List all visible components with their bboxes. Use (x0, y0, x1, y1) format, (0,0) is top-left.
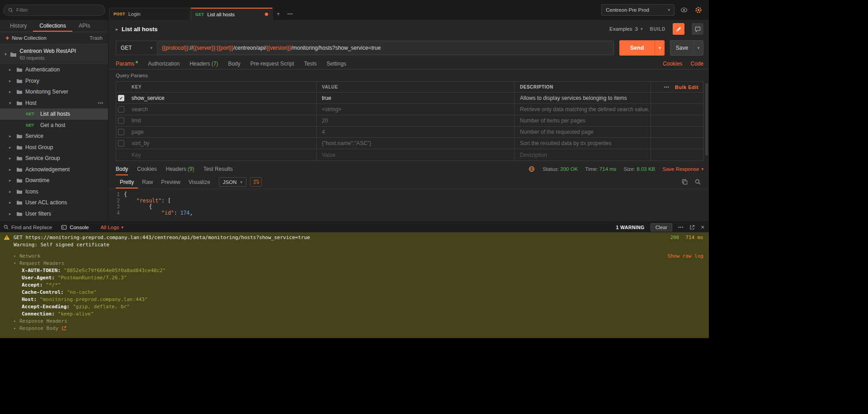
response-body-code[interactable]: { "result": [ { "id": 174, (124, 192, 193, 221)
tab-authorization[interactable]: Authorization (148, 61, 179, 67)
more-options-icon[interactable]: ••• (98, 101, 104, 105)
tab-collections[interactable]: Collections (33, 20, 72, 32)
sidebar-item-acknowledgement[interactable]: ▸ Acknowledgement (0, 164, 108, 175)
network-warning-icon[interactable] (528, 165, 535, 173)
find-and-replace-button[interactable]: Find and Replace (4, 225, 52, 230)
trash-button[interactable]: Trash (90, 35, 103, 41)
external-link-icon[interactable] (61, 326, 66, 331)
log-filter-dropdown[interactable]: All Logs ▾ (100, 225, 123, 230)
console-section-response-body[interactable]: ▸ Response Body (0, 325, 709, 332)
open-console-window-button[interactable] (689, 225, 695, 230)
show-raw-log-link[interactable]: Show raw log (668, 253, 709, 259)
tab-settings[interactable]: Settings (327, 61, 346, 67)
param-value[interactable]: {"host.name":"ASC"} (316, 138, 514, 149)
param-key[interactable]: show_service (126, 93, 316, 104)
sidebar-item-icons[interactable]: ▸ Icons (0, 186, 108, 198)
console-toggle-button[interactable]: Console (61, 225, 89, 230)
cookies-link[interactable]: Cookies (663, 61, 682, 67)
param-key[interactable]: page (126, 127, 316, 137)
request-tab-list-all-hosts[interactable]: GET List all hosts (191, 8, 273, 20)
clear-console-button[interactable]: Clear (651, 223, 672, 231)
tab-pre-request-script[interactable]: Pre-request Script (250, 61, 294, 67)
scrollbar-thumb[interactable] (705, 83, 708, 155)
copy-response-button[interactable] (682, 179, 688, 185)
tab-options-button[interactable]: ••• (284, 8, 296, 20)
param-value-placeholder[interactable]: Value (316, 149, 514, 160)
param-key[interactable]: search (126, 104, 316, 115)
save-button[interactable]: Save (670, 40, 693, 56)
response-tab-body[interactable]: Body (116, 163, 128, 175)
edit-request-button[interactable] (673, 23, 684, 35)
view-tab-preview[interactable]: Preview (157, 175, 184, 188)
param-value[interactable]: true (316, 93, 514, 104)
method-dropdown[interactable]: GET ▾ (116, 41, 157, 55)
view-tab-visualize[interactable]: Visualize (184, 175, 214, 188)
open-new-tab-button[interactable]: + (273, 8, 284, 20)
console-more-button[interactable]: ••• (678, 225, 684, 230)
wrap-text-button[interactable] (250, 177, 262, 187)
collection-centreon-web-restapi[interactable]: ▾ Centreon Web RestAPI 60 requests (0, 44, 108, 64)
format-dropdown[interactable]: JSON ▾ (219, 177, 246, 187)
param-key-placeholder[interactable]: Key (126, 149, 316, 160)
sidebar-request-list-all-hosts[interactable]: GET List all hosts (0, 108, 108, 120)
param-checkbox-checked[interactable]: ✓ (118, 95, 124, 101)
save-options-button[interactable]: ▾ (693, 40, 703, 56)
param-value[interactable]: <string> (316, 104, 514, 115)
sidebar-item-host-group[interactable]: ▸ Host Group (0, 142, 108, 153)
send-button[interactable]: Send (619, 40, 655, 56)
request-tab-login[interactable]: POST Login (109, 8, 191, 20)
sidebar-item-service[interactable]: ▸ Service (0, 131, 108, 142)
settings-button[interactable] (693, 5, 703, 15)
close-console-button[interactable]: × (701, 224, 704, 231)
sidebar-item-downtime[interactable]: ▸ Downtime (0, 175, 108, 186)
sidebar-item-authentication[interactable]: ▸ Authentication (0, 64, 108, 75)
sidebar-item-proxy[interactable]: ▸ Proxy (0, 75, 108, 87)
param-description[interactable]: Number of items per pages (514, 115, 651, 126)
search-response-button[interactable] (695, 179, 701, 185)
param-value[interactable]: 4 (316, 127, 514, 137)
param-key[interactable]: limit (126, 115, 316, 126)
sidebar-item-host[interactable]: ▾ Host ••• (0, 98, 108, 109)
save-response-button[interactable]: Save Response ▾ (662, 166, 703, 172)
response-tab-cookies[interactable]: Cookies (137, 163, 156, 175)
sidebar-item-user-acl-actions[interactable]: ▸ User ACL actions (0, 197, 108, 208)
environment-quick-look-button[interactable] (679, 5, 689, 15)
environment-selector[interactable]: Centreon Pre Prod ▾ (601, 4, 675, 16)
response-tab-test-results[interactable]: Test Results (203, 163, 233, 175)
sidebar-item-monitoring-server[interactable]: ▸ Monitoring Server (0, 86, 108, 98)
param-description[interactable]: Number of the requested page (514, 127, 651, 137)
response-tab-headers[interactable]: Headers (9) (166, 163, 194, 175)
bulk-edit-link[interactable]: Bulk Edit (675, 85, 698, 90)
param-checkbox[interactable] (118, 118, 124, 124)
url-input[interactable]: {{protocol}}://{{server}}:{{port}}/centr… (157, 41, 614, 55)
param-description[interactable]: Sort the resulted data by its properties (514, 138, 651, 149)
code-link[interactable]: Code (690, 61, 703, 67)
param-description-placeholder[interactable]: Description (514, 149, 651, 160)
tab-apis[interactable]: APIs (72, 20, 96, 32)
sidebar-request-get-a-host[interactable]: GET Get a host (0, 120, 108, 131)
comments-button[interactable] (692, 23, 703, 35)
tab-tests[interactable]: Tests (304, 61, 316, 67)
console-section-response-headers[interactable]: ▸ Response Headers (0, 317, 709, 325)
sidebar-item-user-filters[interactable]: ▸ User filters (0, 208, 108, 220)
param-key[interactable]: sort_by (126, 138, 316, 149)
send-options-button[interactable]: ▾ (655, 40, 665, 56)
sidebar-filter-input[interactable]: Filter (3, 5, 105, 16)
tab-headers[interactable]: Headers (7) (189, 61, 218, 67)
console-request-entry[interactable]: GET https://monitoring-preprod.company.l… (0, 234, 709, 241)
new-collection-button[interactable]: New Collection (12, 35, 47, 41)
param-checkbox[interactable] (118, 140, 124, 146)
console-section-network[interactable]: ▸ Network Show raw log (0, 252, 709, 259)
params-more-button[interactable]: ••• (664, 85, 669, 89)
tab-params[interactable]: Params (116, 61, 138, 67)
tab-history[interactable]: History (0, 20, 33, 32)
param-value[interactable]: 20 (316, 115, 514, 126)
examples-dropdown[interactable]: Examples 3 ▾ (609, 26, 642, 32)
sidebar-item-service-group[interactable]: ▸ Service Group (0, 153, 108, 164)
param-checkbox[interactable] (118, 106, 124, 113)
tab-body[interactable]: Body (228, 61, 240, 67)
view-tab-pretty[interactable]: Pretty (116, 175, 138, 188)
view-tab-raw[interactable]: Raw (138, 175, 157, 188)
param-checkbox[interactable] (118, 129, 124, 135)
param-description[interactable]: Allows to display services belonging to … (514, 93, 651, 104)
